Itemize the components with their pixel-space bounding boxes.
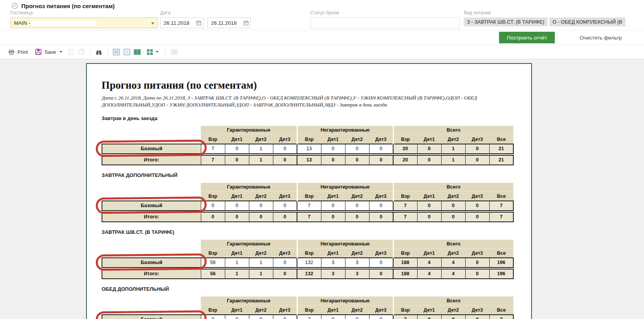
clear-filter-button[interactable]: Очистить фильтр (557, 32, 644, 43)
report-cell: Негарантированные (297, 297, 393, 305)
report-cell: 1 (441, 155, 465, 165)
report-cell: 7 (201, 144, 225, 154)
report-cell: 1 (225, 258, 249, 268)
report-cell: Дет2 (345, 135, 369, 144)
report-cell: Дет3 (273, 192, 297, 201)
multipage-grid-icon (146, 48, 154, 56)
report-cell: Взр (297, 305, 321, 315)
report-cell: 0 (417, 201, 441, 211)
report-cell: Дет2 (249, 305, 273, 315)
report-cell: 0 (345, 212, 369, 222)
report-cell: Гарантированные (201, 183, 297, 192)
report-cell: Итого: (102, 155, 201, 165)
report-cell (102, 126, 201, 135)
report-cell: 0 (441, 212, 465, 222)
save-floppy-icon (35, 48, 42, 56)
hotel-select[interactable]: MAIN - (10, 17, 158, 28)
meal-type-chips: З - ЗАВТРАК ШВ.СТ. (В ТАРИФЕ)О - ОБЕД КО… (464, 17, 644, 26)
save-button[interactable]: Save (33, 47, 65, 57)
report-cell: 196 (489, 269, 513, 279)
report-cell (102, 249, 201, 258)
report-cell (102, 183, 201, 192)
report-cell: Дет2 (345, 249, 369, 258)
facing-pages-view-icon[interactable] (133, 48, 141, 56)
report-cell: 0 (201, 212, 225, 222)
report-cell: 0 (225, 212, 249, 222)
calendar-icon[interactable]: 7 (196, 20, 201, 27)
booking-status-label: Статус брони (310, 10, 459, 15)
report-section: ЗАВТРАК ШВ.СТ. (В ТАРИФЕ) Гарантированны… (102, 229, 514, 279)
report-cell: Все (489, 249, 513, 258)
section-table: ГарантированныеНегарантированныеВсегоВзр… (102, 297, 514, 319)
meal-type-chip[interactable]: З - ЗАВТРАК ШВ.СТ. (В ТАРИФЕ) (464, 17, 547, 26)
report-cell: 0 (369, 155, 393, 165)
clipboard-question-icon: ? (67, 48, 75, 56)
report-cell: 7 (201, 155, 225, 165)
report-cell: 1 (249, 269, 273, 279)
report-cell: Базовый (102, 315, 201, 319)
report-cell: Дет1 (417, 135, 441, 144)
report-cell: 0 (201, 315, 225, 319)
report-cell: Дет3 (273, 135, 297, 144)
calendar-icon[interactable]: 7 (243, 20, 249, 27)
report-cell: 0 (369, 212, 393, 222)
report-cell: Дет3 (465, 192, 489, 201)
report-cell: Дет1 (321, 135, 345, 144)
report-cell: Дет3 (369, 305, 393, 315)
report-cell: 0 (201, 201, 225, 211)
section-title: ОБЕД ДОПОЛНИТЕЛЬНЫЙ (102, 286, 514, 292)
report-cell: Гарантированные (201, 240, 297, 249)
build-report-button[interactable]: Построить отчёт (499, 32, 555, 43)
report-cell: 0 (417, 144, 441, 154)
section-title: Завтрак в день заезда (102, 115, 514, 121)
report-cell: 1 (249, 258, 273, 268)
date-label: Дата (160, 10, 251, 15)
meal-type-filter: Вид питания З - ЗАВТРАК ШВ.СТ. (В ТАРИФЕ… (464, 10, 644, 26)
hotel-value: MAIN - (14, 20, 30, 26)
report-cell: Дет2 (441, 135, 465, 144)
report-cell: 0 (417, 315, 441, 319)
report-cell: Дет3 (465, 249, 489, 258)
report-cell: Взр (201, 135, 225, 144)
report-cell: Дет3 (369, 249, 393, 258)
date-from-input[interactable]: 26.11.2018 7 (160, 17, 204, 28)
report-cell: Дет1 (225, 249, 249, 258)
search-binoculars-icon[interactable] (95, 48, 103, 56)
report-cell: Дет3 (369, 135, 393, 144)
report-cell: 0 (441, 315, 465, 319)
report-section: ОБЕД ДОПОЛНИТЕЛЬНЫЙ ГарантированныеНегар… (102, 286, 514, 319)
report-cell: Дет1 (417, 305, 441, 315)
web-view-icon[interactable] (112, 48, 120, 56)
report-cell: Итого: (102, 269, 201, 279)
report-cell: 3 (321, 258, 345, 268)
date-from-value: 26.11.2018 (164, 20, 190, 26)
section-table: ГарантированныеНегарантированныеВсегоВзр… (102, 126, 514, 165)
report-cell: Всего (393, 297, 513, 305)
report-cell: Гарантированные (201, 126, 297, 135)
section-table: ГарантированныеНегарантированныеВсегоВзр… (102, 240, 514, 279)
meal-type-chip[interactable]: О - ОБЕД КОМПЛЕКСНЫЙ (В (549, 17, 625, 26)
multipage-grid-view-button[interactable] (144, 47, 161, 57)
booking-status-filter: Статус брони (310, 10, 459, 29)
report-cell: 3 (345, 258, 369, 268)
report-cell: 0 (345, 201, 369, 211)
booking-status-input[interactable] (310, 17, 459, 29)
report-cell: Взр (297, 249, 321, 258)
report-cell (102, 192, 201, 201)
toolbar-separator (107, 48, 108, 56)
date-to-input[interactable]: 26.11.2018 7 (207, 17, 251, 28)
print-button[interactable]: Print (5, 47, 30, 57)
report-cell: 0 (321, 144, 345, 154)
report-cell: 0 (273, 155, 297, 165)
report-cell: Дет3 (465, 305, 489, 315)
report-cell: 0 (249, 212, 273, 222)
report-cell: 0 (225, 315, 249, 319)
collapse-panel-icon[interactable] (12, 3, 18, 9)
section-title: ЗАВТРАК ШВ.СТ. (В ТАРИФЕ) (102, 229, 514, 235)
report-cell: Дет2 (441, 249, 465, 258)
page-header: Прогноз питания (по сегментам) (0, 0, 644, 10)
single-page-view-icon[interactable] (123, 48, 131, 56)
report-cell: 0 (417, 155, 441, 165)
report-cell: 0 (273, 201, 297, 211)
report-cell: 7 (489, 315, 513, 319)
